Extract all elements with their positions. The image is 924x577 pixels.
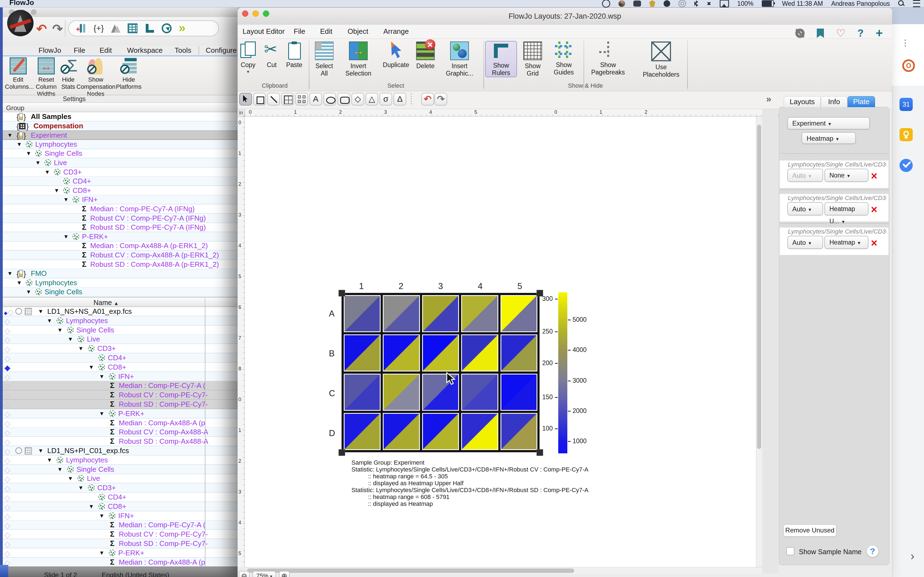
group-row-single-cells[interactable]: ▼Single Cells <box>3 149 238 158</box>
invert-selection-button[interactable]: InvertSelection <box>343 41 373 77</box>
histogram-icon[interactable] <box>111 23 120 33</box>
expand-arrow-icon[interactable]: ▼ <box>57 465 63 474</box>
triangle-tool[interactable]: △ <box>365 93 378 105</box>
row-diamond-icon[interactable]: ◇ <box>5 354 10 363</box>
row-diamond-icon[interactable]: ◇ <box>5 437 10 446</box>
refresh-icon[interactable] <box>162 23 171 33</box>
name-column-header[interactable]: Name <box>94 299 112 306</box>
tab-plate[interactable]: Plate <box>848 96 875 107</box>
row-diamond-icon[interactable]: ◇ <box>5 410 10 419</box>
plate-tool[interactable] <box>296 93 308 105</box>
status-icon-app[interactable] <box>619 0 625 7</box>
edit-columns-button[interactable]: EditColumns... <box>5 57 31 90</box>
display-mode-dropdown[interactable]: None▾ <box>824 169 869 182</box>
select-all-button[interactable]: SelectAll <box>312 41 336 77</box>
group-row-ifn-[interactable]: ▼IFN+ <box>3 195 238 205</box>
plate-heatmap[interactable] <box>342 293 540 452</box>
status-icon-globe[interactable] <box>664 0 670 7</box>
expand-arrow-icon[interactable]: ▼ <box>47 456 52 465</box>
auto-dropdown[interactable]: Auto▾ <box>787 236 823 249</box>
pointer-tool[interactable] <box>239 93 252 105</box>
row-diamond-icon[interactable]: ◇ <box>5 400 10 409</box>
row-diamond-icon[interactable]: ◇ <box>5 391 10 400</box>
selection-handle[interactable] <box>339 290 345 297</box>
expand-arrow-icon[interactable]: ▼ <box>99 511 105 521</box>
group-row-cd4-[interactable]: CD4+ <box>3 177 238 186</box>
menubar-app-name[interactable]: FlowJo <box>9 0 34 7</box>
heart-icon[interactable]: ♡ <box>836 29 845 38</box>
duplicate-button[interactable]: Duplicate <box>381 41 411 69</box>
row-diamond-icon[interactable]: ◇ <box>5 549 10 558</box>
remove-statistic-icon[interactable]: × <box>871 204 877 215</box>
expand-arrow-icon[interactable]: ▼ <box>99 548 105 558</box>
expand-arrow-icon[interactable]: ▼ <box>89 363 94 372</box>
ellipse-tool[interactable] <box>323 93 336 105</box>
line-tool[interactable] <box>267 93 280 105</box>
workspace-tab-file[interactable]: File <box>74 46 85 55</box>
expand-arrow-icon[interactable]: ▼ <box>78 344 84 353</box>
expand-arrow-icon[interactable]: ▼ <box>63 232 69 241</box>
toolbar-expander-icon[interactable]: » <box>766 93 771 104</box>
expand-arrow-icon[interactable]: ▼ <box>68 335 73 344</box>
paste-button[interactable]: Paste <box>284 41 305 69</box>
group-row-cd8-[interactable]: ▼CD8+ <box>3 186 238 195</box>
row-diamond-icon[interactable]: ◇ <box>8 308 14 316</box>
plate-position-icon[interactable] <box>25 447 32 455</box>
group-pane-header[interactable]: Group <box>3 103 238 112</box>
display-mode-dropdown[interactable]: Heatmap U...▾ <box>824 202 869 215</box>
bookmark-icon[interactable] <box>817 29 824 38</box>
show-pagebreaks-button[interactable]: ShowPagebreaks <box>590 41 626 76</box>
help-icon[interactable]: ? <box>858 27 864 39</box>
menu-arrange[interactable]: Arrange <box>383 27 409 36</box>
row-diamond-icon[interactable]: ◇ <box>5 382 10 391</box>
expand-arrow-icon[interactable]: ▼ <box>7 131 13 140</box>
copy-button[interactable]: Copy▾ <box>238 41 258 75</box>
group-row-experiment[interactable]: ▼{}Experiment <box>3 131 238 140</box>
tree-row-robust-cv-comp-pe-cy7-[interactable]: ◇ΣRobust CV : Comp-PE-Cy7- <box>3 530 238 539</box>
well-D2[interactable] <box>383 413 420 450</box>
row-diamond-icon[interactable]: ◇ <box>5 335 10 344</box>
layout-canvas[interactable]: 12345ABCD 300250200150100500040003000200… <box>245 116 756 567</box>
well-A1[interactable] <box>344 295 381 332</box>
zoom-in-button[interactable]: ⊕ <box>279 571 290 577</box>
tab-layouts[interactable]: Layouts <box>784 96 821 107</box>
tree-row-lymphocytes[interactable]: ◇▼Lymphocytes <box>3 456 238 465</box>
well-B4[interactable] <box>461 334 498 371</box>
row-diamond-icon[interactable]: ◇ <box>5 521 10 530</box>
well-D4[interactable] <box>461 413 498 450</box>
group-row-compensation[interactable]: {}Compensation <box>3 121 238 131</box>
group-row-lymphocytes[interactable]: ▼Lymphocytes <box>3 278 238 288</box>
row-diamond-icon[interactable]: ◇ <box>5 372 10 382</box>
well-D5[interactable] <box>501 413 537 450</box>
tree-row-median-comp-ax488-a-p[interactable]: ◇ΣMedian : Comp-Ax488-A (p <box>3 419 238 428</box>
overflow-menu-icon[interactable]: ⋮ <box>901 38 909 48</box>
well-A5[interactable] <box>501 295 537 332</box>
tree-row-live[interactable]: ◇▼Live <box>3 474 238 483</box>
tasks-icon[interactable] <box>900 159 913 172</box>
tree-row-robust-cv-comp-ax488-a[interactable]: ◇ΣRobust CV : Comp-Ax488-A <box>3 427 238 437</box>
diamond-tool[interactable]: ◇ <box>351 93 364 105</box>
expand-arrow-icon[interactable]: ▼ <box>16 278 22 287</box>
rounded-rect-tool[interactable] <box>338 93 350 105</box>
group-row-lymphocytes[interactable]: ▼Lymphocytes <box>3 140 238 149</box>
group-row-p-erk-[interactable]: ▼P-ERK+ <box>3 232 238 242</box>
workspace-tab-tools[interactable]: Tools <box>174 46 191 55</box>
workspace-tab-workspace[interactable]: Workspace <box>127 46 163 55</box>
group-row-fmo[interactable]: ▼{}FMO <box>3 269 238 278</box>
redo-button[interactable]: ↷ <box>52 21 63 36</box>
hide-platforms-button[interactable]: HidePlatforms <box>115 57 142 90</box>
cut-button[interactable]: Cut <box>261 41 282 69</box>
rectangle-tool[interactable] <box>253 93 266 105</box>
expand-arrow-icon[interactable]: ▼ <box>45 168 50 177</box>
tree-row-median-comp-ax488-a-p[interactable]: ◇ΣMedian : Comp-Ax488-A (p <box>3 558 238 567</box>
group-row-median-comp-ax488-a-p-erk1-2-[interactable]: ΣMedian : Comp-Ax488-A (p-ERK1_2) <box>3 241 238 251</box>
help-icon[interactable]: ? <box>866 545 879 557</box>
selected-diamond-icon[interactable]: ◆ <box>5 363 10 372</box>
zoom-window-icon[interactable] <box>31 9 37 15</box>
horizontal-scrollbar[interactable] <box>245 567 762 574</box>
selection-handle[interactable] <box>536 449 543 456</box>
expand-arrow-icon[interactable]: ▼ <box>99 409 105 418</box>
expand-arrow-icon[interactable]: ▼ <box>16 140 22 149</box>
tab-info[interactable]: Info <box>821 96 847 107</box>
tree-row-single-cells[interactable]: ◇▼Single Cells <box>3 465 238 474</box>
